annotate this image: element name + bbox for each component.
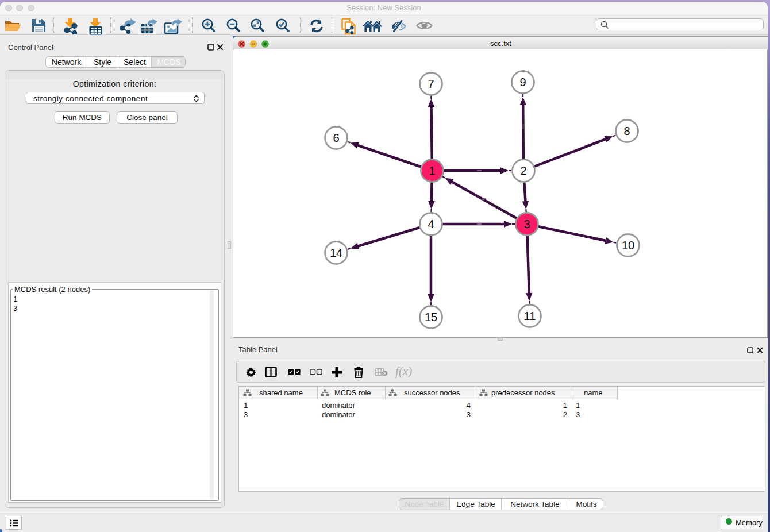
svg-text:2: 2 (520, 164, 526, 177)
svg-text:6: 6 (333, 132, 339, 144)
svg-text:11: 11 (524, 310, 536, 322)
svg-text:1: 1 (429, 164, 435, 177)
svg-text:3: 3 (523, 218, 530, 230)
svg-text:15: 15 (425, 311, 437, 323)
svg-text:10: 10 (622, 239, 634, 252)
svg-text:4: 4 (428, 218, 434, 230)
svg-text:8: 8 (623, 125, 630, 137)
svg-text:7: 7 (428, 78, 434, 90)
svg-text:14: 14 (330, 246, 342, 259)
svg-text:9: 9 (519, 76, 526, 88)
